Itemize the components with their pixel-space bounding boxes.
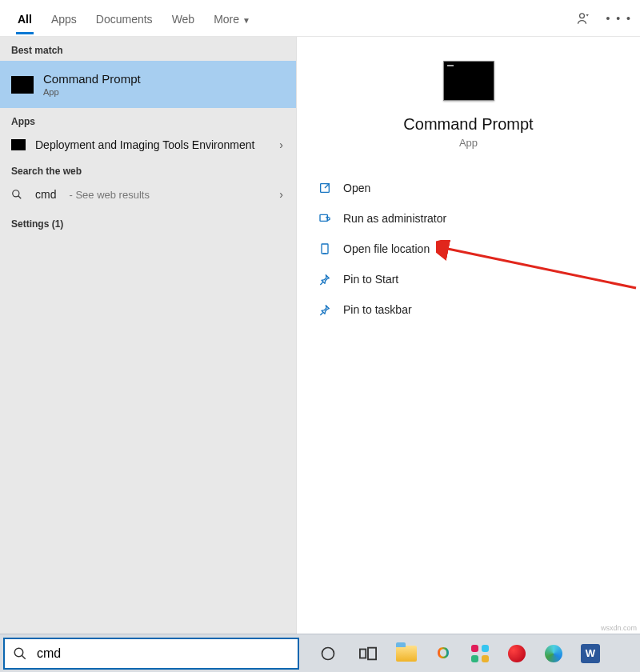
file-explorer-button[interactable] [390,638,422,670]
taskbar-search[interactable] [3,638,299,670]
action-pin-to-start[interactable]: Pin to Start [313,264,624,294]
detail-panel: Command Prompt App Open Run as administr… [296,37,640,634]
cmd-icon [11,139,26,150]
taskbar: O W [0,634,640,672]
action-open[interactable]: Open [313,173,624,203]
svg-point-8 [14,648,23,657]
tab-documents[interactable]: Documents [86,3,162,34]
chevron-down-icon: ▼ [242,16,250,25]
filter-tabs: All Apps Documents Web More▼ • • • [0,0,640,37]
more-options-icon[interactable]: • • • [606,12,632,25]
result-title: Deployment and Imaging Tools Environment [35,138,254,151]
shield-admin-icon [318,211,332,226]
office-button[interactable]: O [427,638,459,670]
chevron-right-icon: › [279,138,283,151]
result-web-cmd[interactable]: cmd - See web results › [0,182,296,207]
heading-best-match: Best match [0,37,296,61]
cortana-button[interactable] [310,638,346,670]
svg-point-0 [579,13,584,18]
folder-location-icon [318,242,332,256]
tab-all[interactable]: All [8,3,42,34]
svg-point-10 [322,647,334,659]
edge-button[interactable] [538,638,570,670]
pin-icon [318,302,332,317]
heading-apps: Apps [0,108,296,132]
open-icon [318,181,332,195]
tab-apps[interactable]: Apps [42,3,86,34]
action-open-file-location[interactable]: Open file location [313,234,624,264]
app-large-icon [443,61,494,101]
action-pin-to-taskbar[interactable]: Pin to taskbar [313,294,624,325]
action-label: Pin to taskbar [343,303,412,316]
cmd-icon [11,76,34,94]
tab-more[interactable]: More▼ [204,3,260,34]
heading-settings[interactable]: Settings (1) [0,207,296,234]
svg-rect-4 [320,214,327,221]
search-icon [13,646,27,661]
detail-type: App [459,137,478,149]
result-command-prompt[interactable]: Command Prompt App [0,61,296,108]
action-run-as-administrator[interactable]: Run as administrator [313,203,624,234]
watermark: wsxdn.com [601,624,637,632]
tab-web[interactable]: Web [162,3,205,34]
slack-button[interactable] [464,638,496,670]
web-hint: - See web results [69,189,149,201]
search-input[interactable] [35,646,290,662]
results-panel: Best match Command Prompt App Apps Deplo… [0,37,296,634]
result-type: App [43,87,141,97]
result-deployment-tools[interactable]: Deployment and Imaging Tools Environment… [0,132,296,158]
chevron-right-icon: › [279,188,283,201]
heading-search-web: Search the web [0,158,296,182]
result-title: Command Prompt [43,72,141,86]
web-query: cmd [35,188,56,201]
word-button[interactable]: W [574,638,606,670]
opera-button[interactable] [501,638,533,670]
svg-line-2 [18,196,22,199]
search-icon [11,189,26,200]
svg-rect-12 [368,647,376,659]
action-label: Open file location [343,242,430,255]
action-label: Open [343,182,370,194]
feedback-icon[interactable] [576,10,592,26]
svg-rect-5 [322,244,328,254]
svg-rect-11 [360,649,366,658]
svg-point-1 [13,190,19,197]
pin-icon [318,272,332,286]
action-label: Run as administrator [343,212,446,225]
action-label: Pin to Start [343,273,398,286]
detail-title: Command Prompt [403,115,533,134]
task-view-button[interactable] [350,638,386,670]
svg-line-9 [22,655,26,659]
action-list: Open Run as administrator Open file loca… [297,173,640,325]
